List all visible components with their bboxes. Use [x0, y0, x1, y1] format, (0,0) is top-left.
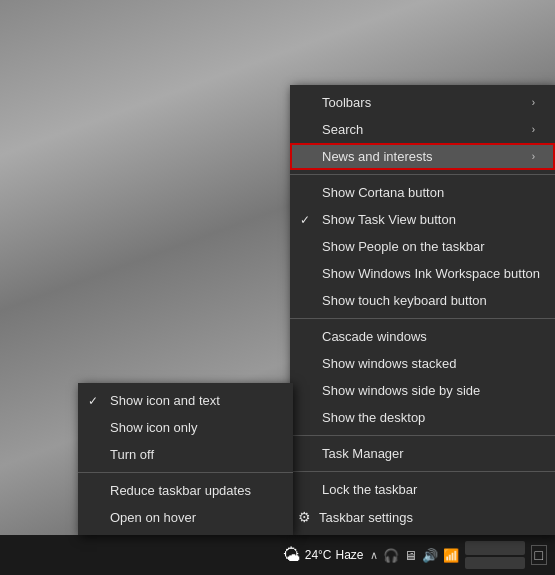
submenu-item-label-reduce_updates: Reduce taskbar updates	[110, 483, 251, 498]
menu-item-lock_taskbar[interactable]: Lock the taskbar	[290, 476, 555, 503]
menu-item-toolbars[interactable]: Toolbars›	[290, 89, 555, 116]
menu-item-news_interests[interactable]: News and interests›	[290, 143, 555, 170]
menu-item-stacked[interactable]: Show windows stacked	[290, 350, 555, 377]
weather-icon: 🌤	[283, 545, 301, 566]
menu-item-label-news_interests: News and interests	[322, 149, 433, 164]
menu-item-label-show_cortana: Show Cortana button	[322, 185, 444, 200]
menu-item-show_desktop[interactable]: Show the desktop	[290, 404, 555, 431]
menu-item-label-show_ink: Show Windows Ink Workspace button	[322, 266, 540, 281]
taskbar-system-icons: ∧ 🎧 🖥 🔊 📶	[370, 548, 459, 563]
menu-item-label-show_desktop: Show the desktop	[322, 410, 425, 425]
menu-item-taskbar_settings[interactable]: ⚙Taskbar settings	[290, 503, 555, 531]
submenu-item-label-show_icon_text: Show icon and text	[110, 393, 220, 408]
menu-item-label-task_manager: Task Manager	[322, 446, 404, 461]
menu-divider	[290, 174, 555, 175]
menu-item-show_cortana[interactable]: Show Cortana button	[290, 179, 555, 206]
taskbar-weather[interactable]: 🌤 24°C Haze	[283, 545, 364, 566]
taskbar-right-section: 🌤 24°C Haze ∧ 🎧 🖥 🔊 📶 □	[283, 541, 547, 569]
menu-item-label-taskbar_settings: Taskbar settings	[319, 510, 413, 525]
menu-item-cascade[interactable]: Cascade windows	[290, 323, 555, 350]
submenu-item-show_icon_only[interactable]: Show icon only	[78, 414, 293, 441]
volume-icon[interactable]: 🔊	[422, 548, 438, 563]
menu-item-label-lock_taskbar: Lock the taskbar	[322, 482, 417, 497]
submenu-news-interests: Show icon and textShow icon onlyTurn off…	[78, 383, 293, 535]
wifi-icon: 📶	[443, 548, 459, 563]
taskbar: 🌤 24°C Haze ∧ 🎧 🖥 🔊 📶 □	[0, 535, 555, 575]
notification-center-icon[interactable]: □	[531, 545, 547, 565]
network-icon: 🖥	[404, 548, 417, 563]
chevron-up-icon[interactable]: ∧	[370, 549, 378, 562]
menu-item-label-cascade: Cascade windows	[322, 329, 427, 344]
weather-temp: 24°C	[305, 548, 332, 562]
menu-item-task_manager[interactable]: Task Manager	[290, 440, 555, 467]
submenu-arrow-icon: ›	[512, 151, 535, 162]
submenu-item-label-show_icon_only: Show icon only	[110, 420, 197, 435]
submenu-item-label-turn_off: Turn off	[110, 447, 154, 462]
menu-item-label-show_people: Show People on the taskbar	[322, 239, 485, 254]
main-context-menu: Toolbars›Search›News and interests›Show …	[290, 85, 555, 535]
taskbar-clock[interactable]	[465, 541, 525, 569]
menu-divider	[290, 435, 555, 436]
submenu-item-open_on_hover[interactable]: Open on hover	[78, 504, 293, 531]
menu-divider	[78, 472, 293, 473]
menu-item-side_by_side[interactable]: Show windows side by side	[290, 377, 555, 404]
menu-item-label-toolbars: Toolbars	[322, 95, 371, 110]
gear-icon: ⚙	[298, 509, 311, 525]
menu-item-show_taskview[interactable]: Show Task View button	[290, 206, 555, 233]
submenu-item-show_icon_text[interactable]: Show icon and text	[78, 387, 293, 414]
menu-item-show_ink[interactable]: Show Windows Ink Workspace button	[290, 260, 555, 287]
weather-condition: Haze	[336, 548, 364, 562]
menu-item-show_touch[interactable]: Show touch keyboard button	[290, 287, 555, 314]
submenu-item-turn_off[interactable]: Turn off	[78, 441, 293, 468]
menu-item-label-show_taskview: Show Task View button	[322, 212, 456, 227]
menu-item-search[interactable]: Search›	[290, 116, 555, 143]
submenu-item-label-open_on_hover: Open on hover	[110, 510, 196, 525]
menu-divider	[290, 318, 555, 319]
taskbar-time-display	[465, 541, 525, 555]
taskbar-date-display	[465, 557, 525, 569]
submenu-arrow-icon: ›	[512, 97, 535, 108]
submenu-item-reduce_updates[interactable]: Reduce taskbar updates	[78, 477, 293, 504]
submenu-arrow-icon: ›	[512, 124, 535, 135]
menu-item-label-stacked: Show windows stacked	[322, 356, 456, 371]
menu-item-show_people[interactable]: Show People on the taskbar	[290, 233, 555, 260]
menu-item-label-side_by_side: Show windows side by side	[322, 383, 480, 398]
menu-item-label-show_touch: Show touch keyboard button	[322, 293, 487, 308]
menu-item-label-search: Search	[322, 122, 363, 137]
menu-divider	[290, 471, 555, 472]
audio-icon: 🎧	[383, 548, 399, 563]
